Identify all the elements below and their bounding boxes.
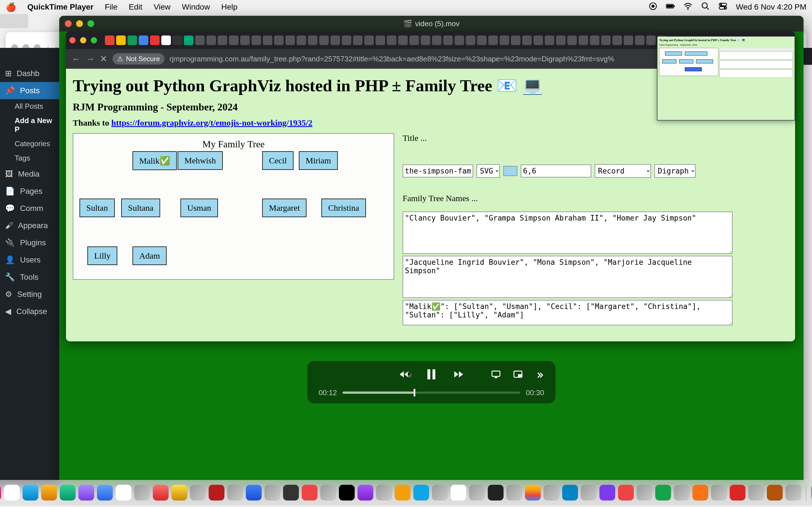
favicon[interactable] [578, 36, 588, 45]
dock-app[interactable] [544, 485, 559, 501]
favicon[interactable] [331, 36, 340, 45]
dock-app[interactable] [451, 485, 466, 501]
dock-app[interactable] [674, 485, 690, 501]
favicon[interactable] [500, 36, 509, 45]
pip-thumbnail[interactable]: Trying out Python GraphViz hosted in PHP… [657, 36, 795, 121]
favicon[interactable] [172, 36, 182, 45]
dock-app[interactable] [785, 485, 801, 501]
dock-app[interactable] [748, 485, 764, 501]
favicon[interactable] [319, 36, 329, 45]
dock-mail[interactable] [97, 485, 113, 501]
dock-app[interactable] [413, 485, 429, 501]
favicon[interactable] [601, 36, 611, 45]
favicon[interactable] [443, 36, 453, 45]
wp-tags[interactable]: Tags [0, 151, 59, 165]
dock-app[interactable] [190, 485, 206, 501]
dock-appstore[interactable] [246, 485, 262, 501]
format-select[interactable]: SVG [476, 164, 500, 178]
rewind-button[interactable] [398, 368, 410, 383]
wp-media[interactable]: 🖼Media [0, 165, 59, 182]
dock-app[interactable] [562, 485, 578, 501]
menu-file[interactable]: File [105, 3, 117, 11]
wp-pages[interactable]: 📄Pages [0, 182, 59, 200]
wp-plugins[interactable]: 🔌Plugins [0, 234, 59, 251]
favicon[interactable] [252, 36, 261, 45]
dock-app[interactable] [41, 485, 57, 501]
wp-posts[interactable]: 📌Posts [0, 82, 59, 99]
menu-help[interactable]: Help [221, 3, 238, 11]
wp-add-new[interactable]: Add a New P [0, 114, 59, 136]
menu-edit[interactable]: Edit [129, 3, 142, 11]
dock-app[interactable] [618, 485, 634, 501]
favicon[interactable] [274, 36, 284, 45]
app-name[interactable]: QuickTime Player [28, 3, 94, 11]
names-textarea-2[interactable] [403, 256, 732, 298]
favicon[interactable] [556, 36, 566, 45]
dock-app[interactable] [227, 485, 243, 501]
favicon[interactable] [240, 36, 250, 45]
dock-safari[interactable] [22, 485, 38, 501]
favicon[interactable] [128, 36, 137, 45]
favicon[interactable] [421, 36, 430, 45]
shape-select[interactable]: Record [595, 164, 651, 178]
favicon[interactable] [387, 36, 396, 45]
favicon[interactable] [308, 36, 317, 45]
back-icon[interactable]: ← [71, 54, 81, 64]
favicon[interactable] [477, 36, 487, 45]
favicon[interactable] [567, 36, 577, 45]
dock-app[interactable] [469, 485, 485, 501]
favicon[interactable] [590, 36, 599, 45]
favicon[interactable] [466, 36, 475, 45]
dock-app[interactable] [637, 485, 652, 501]
dock-app[interactable] [655, 485, 671, 501]
color-swatch[interactable] [503, 166, 517, 176]
favicon[interactable] [488, 36, 498, 45]
pip-icon[interactable] [513, 369, 523, 383]
spotlight-icon[interactable] [701, 2, 710, 13]
dock-app[interactable] [134, 485, 150, 501]
dock-downloads[interactable] [811, 485, 812, 501]
favicon[interactable] [116, 36, 126, 45]
filename-input[interactable] [403, 165, 473, 177]
dock-app[interactable] [376, 485, 392, 501]
seek-slider[interactable] [343, 392, 520, 394]
wp-collapse[interactable]: ◀Collapse [0, 303, 59, 320]
favicon[interactable] [150, 36, 160, 45]
dock-calendar[interactable] [116, 485, 132, 501]
favicon[interactable] [353, 36, 363, 45]
battery-icon[interactable] [666, 2, 675, 13]
dock-app[interactable] [4, 485, 20, 501]
favicon[interactable] [612, 36, 622, 45]
favicon[interactable] [635, 36, 645, 45]
stop-icon[interactable]: ✕ [100, 54, 107, 64]
dock-app[interactable] [79, 485, 94, 501]
favicon[interactable] [139, 36, 148, 45]
apple-icon[interactable]: 🍎 [6, 2, 16, 12]
screenrec-icon[interactable] [649, 2, 658, 13]
clock[interactable]: Wed 6 Nov 4:20 PM [736, 3, 806, 11]
dock-app[interactable] [581, 485, 597, 501]
dock-app[interactable] [432, 485, 448, 501]
wp-categories[interactable]: Categories [0, 136, 59, 151]
fastforward-button[interactable] [452, 368, 465, 383]
airplay-icon[interactable] [491, 369, 501, 383]
dock-app[interactable] [153, 485, 168, 501]
dock-terminal[interactable] [488, 485, 504, 501]
more-icon[interactable] [535, 369, 544, 383]
favicon[interactable] [184, 36, 193, 45]
dock-messages[interactable] [60, 485, 75, 501]
dock-app[interactable] [506, 485, 522, 501]
dock-app[interactable] [302, 485, 317, 501]
dock-app[interactable] [264, 485, 280, 501]
favicon[interactable] [206, 36, 216, 45]
favicon[interactable] [364, 36, 374, 45]
dock-app[interactable] [283, 485, 299, 501]
dock-app[interactable] [209, 485, 224, 501]
wp-dashboard[interactable]: ⊞Dashb [0, 65, 59, 82]
seek-knob[interactable] [414, 389, 415, 397]
favicon[interactable] [195, 36, 205, 45]
favicon[interactable] [511, 36, 520, 45]
wp-all-posts[interactable]: All Posts [0, 99, 59, 114]
pause-button[interactable] [424, 368, 438, 384]
favicon[interactable] [263, 36, 272, 45]
